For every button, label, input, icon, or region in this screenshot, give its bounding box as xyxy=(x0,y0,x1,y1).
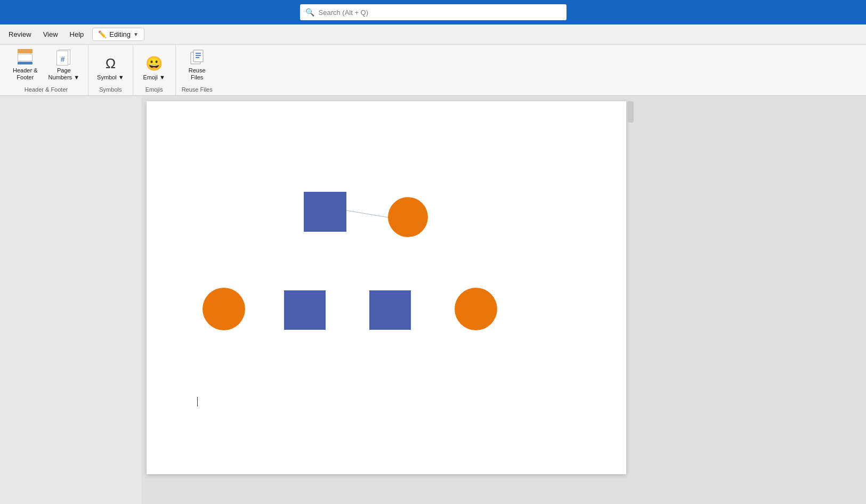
emoji-label: Emoji ▼ xyxy=(143,74,165,81)
symbol-label: Symbol ▼ xyxy=(97,74,124,81)
search-icon: 🔍 xyxy=(305,8,314,17)
header-footer-button[interactable]: Header &Footer xyxy=(10,46,41,83)
menu-review[interactable]: Review xyxy=(3,28,37,41)
search-placeholder: Search (Alt + Q) xyxy=(319,9,369,17)
ribbon-group-emojis: 😀 Emoji ▼ Emojis xyxy=(133,45,176,95)
connector-line xyxy=(346,210,389,212)
search-bar[interactable]: 🔍 Search (Alt + Q) xyxy=(300,4,566,20)
main-area xyxy=(0,96,866,504)
document-page[interactable] xyxy=(147,101,626,474)
reuse-files-label: ReuseFiles xyxy=(189,67,206,81)
reuse-files-group-label: Reuse Files xyxy=(182,86,213,94)
symbols-group-label: Symbols xyxy=(99,86,122,94)
emojis-group-label: Emojis xyxy=(145,86,163,94)
page-numbers-button[interactable]: # PageNumbers ▼ xyxy=(45,46,83,83)
ribbon: Header &Footer # PageNumbers ▼ Header & … xyxy=(0,45,866,96)
shape-blue-square-top[interactable] xyxy=(304,192,346,232)
editing-label: Editing xyxy=(109,30,131,38)
title-bar: 🔍 Search (Alt + Q) xyxy=(0,0,866,25)
shape-orange-circle-top[interactable] xyxy=(388,197,428,237)
symbol-icon: Ω xyxy=(102,55,119,72)
svg-rect-1 xyxy=(193,50,203,62)
left-panel xyxy=(0,96,141,504)
document-area[interactable] xyxy=(141,96,866,504)
scrollbar-thumb[interactable] xyxy=(627,101,634,123)
shape-blue-square-mid-right[interactable] xyxy=(369,290,411,330)
header-footer-label: Header &Footer xyxy=(13,67,37,81)
shape-orange-circle-left[interactable] xyxy=(203,288,245,330)
menu-bar: Review View Help ✏️ Editing ▼ xyxy=(0,25,866,45)
ribbon-group-symbols: Ω Symbol ▼ Symbols xyxy=(88,45,133,95)
symbol-button[interactable]: Ω Symbol ▼ xyxy=(94,53,127,83)
ribbon-items-emojis: 😀 Emoji ▼ xyxy=(140,48,168,85)
emoji-icon: 😀 xyxy=(145,55,163,72)
text-cursor xyxy=(197,397,198,407)
menu-view[interactable]: View xyxy=(38,28,63,41)
header-footer-group-label: Header & Footer xyxy=(25,86,68,94)
shape-orange-circle-right[interactable] xyxy=(455,288,497,330)
menu-help[interactable]: Help xyxy=(64,28,90,41)
ribbon-items-symbols: Ω Symbol ▼ xyxy=(94,48,127,85)
ribbon-items-hf: Header &Footer # PageNumbers ▼ xyxy=(10,46,83,85)
chevron-down-icon: ▼ xyxy=(133,31,139,37)
reuse-files-button[interactable]: ReuseFiles xyxy=(184,46,211,83)
ribbon-group-header-footer: Header &Footer # PageNumbers ▼ Header & … xyxy=(4,45,88,95)
pencil-icon: ✏️ xyxy=(98,30,107,38)
ribbon-group-reuse-files: ReuseFiles Reuse Files xyxy=(176,45,218,95)
header-footer-icon xyxy=(17,48,34,66)
page-numbers-icon: # xyxy=(55,48,72,66)
svg-line-5 xyxy=(346,210,388,217)
reuse-files-icon xyxy=(189,48,206,66)
page-numbers-label: PageNumbers ▼ xyxy=(48,67,79,81)
ribbon-items-reuse: ReuseFiles xyxy=(184,46,211,85)
emoji-button[interactable]: 😀 Emoji ▼ xyxy=(140,53,168,83)
shape-blue-square-mid-left[interactable] xyxy=(284,290,326,330)
editing-button[interactable]: ✏️ Editing ▼ xyxy=(92,28,144,41)
